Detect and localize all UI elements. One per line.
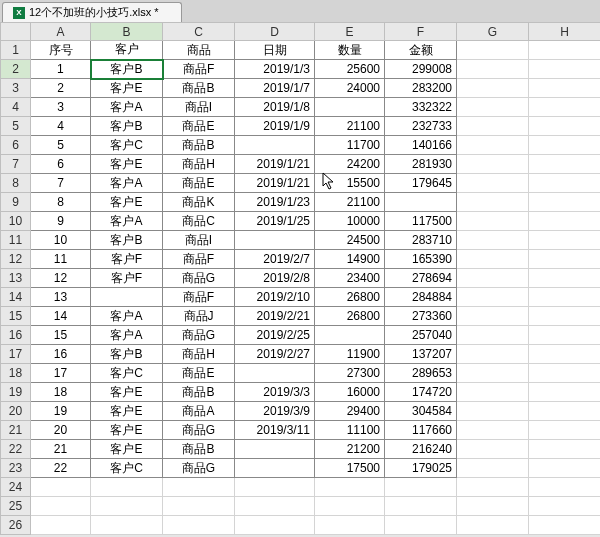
cell[interactable]	[457, 478, 529, 497]
cell[interactable]: 商品F	[163, 250, 235, 269]
row-header-17[interactable]: 17	[1, 345, 31, 364]
cell[interactable]: 283200	[385, 79, 457, 98]
col-header-H[interactable]: H	[529, 23, 601, 41]
cell[interactable]: 3	[31, 98, 91, 117]
cell[interactable]: 客户A	[91, 174, 163, 193]
cell[interactable]: 客户E	[91, 79, 163, 98]
cell[interactable]	[163, 516, 235, 535]
cell[interactable]: 2019/2/7	[235, 250, 315, 269]
cell[interactable]	[529, 421, 601, 440]
cell[interactable]	[529, 516, 601, 535]
row-header-22[interactable]: 22	[1, 440, 31, 459]
row-header-26[interactable]: 26	[1, 516, 31, 535]
cell[interactable]: 22	[31, 459, 91, 478]
cell[interactable]	[31, 478, 91, 497]
cell[interactable]	[163, 497, 235, 516]
cell[interactable]	[457, 98, 529, 117]
row-header-12[interactable]: 12	[1, 250, 31, 269]
cell[interactable]: 10	[31, 231, 91, 250]
cell[interactable]: 11900	[315, 345, 385, 364]
cell[interactable]: 2019/2/21	[235, 307, 315, 326]
cell[interactable]	[529, 117, 601, 136]
cell[interactable]	[529, 60, 601, 79]
cell[interactable]: 客户E	[91, 440, 163, 459]
cell[interactable]: 商品E	[163, 117, 235, 136]
row-header-7[interactable]: 7	[1, 155, 31, 174]
cell[interactable]: 8	[31, 193, 91, 212]
cell[interactable]	[529, 497, 601, 516]
cell[interactable]: 11700	[315, 136, 385, 155]
cell[interactable]	[529, 136, 601, 155]
row-header-16[interactable]: 16	[1, 326, 31, 345]
cell[interactable]	[457, 269, 529, 288]
cell[interactable]	[235, 364, 315, 383]
cell[interactable]	[529, 174, 601, 193]
cell[interactable]	[235, 478, 315, 497]
cell[interactable]: 20	[31, 421, 91, 440]
cell[interactable]: 商品K	[163, 193, 235, 212]
cell[interactable]: 13	[31, 288, 91, 307]
cell[interactable]: 15500	[315, 174, 385, 193]
row-header-4[interactable]: 4	[1, 98, 31, 117]
cell[interactable]	[457, 459, 529, 478]
row-header-9[interactable]: 9	[1, 193, 31, 212]
cell[interactable]	[235, 440, 315, 459]
cell[interactable]: 25600	[315, 60, 385, 79]
cell[interactable]: 2019/1/8	[235, 98, 315, 117]
cell[interactable]: 商品H	[163, 155, 235, 174]
cell[interactable]: 179025	[385, 459, 457, 478]
sheet-area[interactable]: A B C D E F G H 1序号客户商品日期数量金额21客户B商品F201…	[0, 22, 600, 535]
cell[interactable]: 客户F	[91, 250, 163, 269]
cell[interactable]	[457, 155, 529, 174]
cell[interactable]: 24500	[315, 231, 385, 250]
cell[interactable]: 9	[31, 212, 91, 231]
cell[interactable]	[91, 478, 163, 497]
cell[interactable]	[235, 459, 315, 478]
cell[interactable]: 商品E	[163, 174, 235, 193]
cell[interactable]: 商品F	[163, 60, 235, 79]
cell[interactable]: 商品B	[163, 79, 235, 98]
cell[interactable]: 商品B	[163, 136, 235, 155]
cell[interactable]	[529, 345, 601, 364]
cell[interactable]	[235, 497, 315, 516]
row-header-3[interactable]: 3	[1, 79, 31, 98]
cell[interactable]: 2019/1/9	[235, 117, 315, 136]
cell[interactable]	[457, 41, 529, 60]
cell[interactable]: 14	[31, 307, 91, 326]
cell[interactable]: 商品G	[163, 459, 235, 478]
cell[interactable]: 商品G	[163, 421, 235, 440]
row-header-14[interactable]: 14	[1, 288, 31, 307]
cell[interactable]: 304584	[385, 402, 457, 421]
cell[interactable]: 17	[31, 364, 91, 383]
cell[interactable]: 2019/1/21	[235, 155, 315, 174]
cell[interactable]: 商品G	[163, 269, 235, 288]
workbook-tab[interactable]: X 12个不加班的小技巧.xlsx *	[2, 2, 182, 22]
cell[interactable]: 客户E	[91, 193, 163, 212]
cell[interactable]: 2019/1/21	[235, 174, 315, 193]
cell[interactable]: 27300	[315, 364, 385, 383]
cell[interactable]	[385, 497, 457, 516]
cell[interactable]	[529, 402, 601, 421]
table-header-cell[interactable]: 商品	[163, 41, 235, 60]
cell[interactable]	[529, 459, 601, 478]
cell[interactable]	[529, 41, 601, 60]
cell[interactable]	[457, 212, 529, 231]
cell[interactable]: 客户A	[91, 307, 163, 326]
cell[interactable]	[385, 193, 457, 212]
cell[interactable]: 14900	[315, 250, 385, 269]
cell[interactable]	[457, 174, 529, 193]
cell[interactable]: 21100	[315, 193, 385, 212]
cell[interactable]	[457, 250, 529, 269]
cell[interactable]	[529, 231, 601, 250]
col-header-G[interactable]: G	[457, 23, 529, 41]
spreadsheet-grid[interactable]: A B C D E F G H 1序号客户商品日期数量金额21客户B商品F201…	[0, 22, 600, 535]
cell[interactable]: 174720	[385, 383, 457, 402]
cell[interactable]	[529, 478, 601, 497]
cell[interactable]	[529, 440, 601, 459]
cell[interactable]	[529, 307, 601, 326]
col-header-E[interactable]: E	[315, 23, 385, 41]
cell[interactable]	[235, 231, 315, 250]
cell[interactable]: 2019/2/25	[235, 326, 315, 345]
cell[interactable]: 179645	[385, 174, 457, 193]
cell[interactable]: 商品I	[163, 98, 235, 117]
